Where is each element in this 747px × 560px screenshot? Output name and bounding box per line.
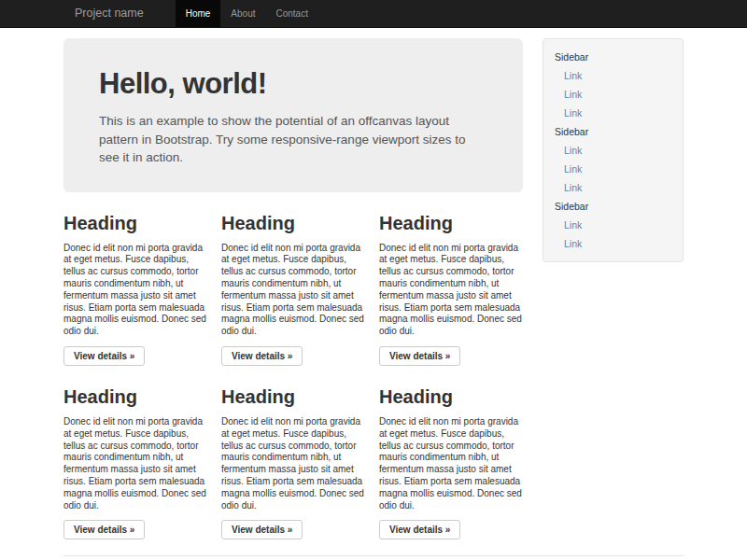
sidebar-header: Sidebar <box>543 197 683 216</box>
card-heading: Heading <box>63 386 207 408</box>
card-body-text: Donec id elit non mi porta gravida at eg… <box>221 243 365 338</box>
card: Heading Donec id elit non mi porta gravi… <box>63 386 207 539</box>
sidebar-header: Sidebar <box>543 122 683 141</box>
sidebar-link[interactable]: Link <box>543 234 683 253</box>
card-body-text: Donec id elit non mi porta gravida at eg… <box>221 416 365 511</box>
nav-item-home[interactable]: Home <box>176 0 221 27</box>
page-container: Hello, world! This is an example to show… <box>63 28 684 560</box>
view-details-button[interactable]: View details » <box>221 520 303 539</box>
sidebar-header: Sidebar <box>543 48 683 66</box>
nav-item-about[interactable]: About <box>220 0 265 27</box>
sidebar-link[interactable]: Link <box>543 66 683 85</box>
card-heading: Heading <box>221 213 365 234</box>
card: Heading Donec id elit non mi porta gravi… <box>63 213 207 366</box>
footer-divider <box>63 555 684 556</box>
view-details-button[interactable]: View details » <box>63 520 145 539</box>
view-details-button[interactable]: View details » <box>63 346 145 366</box>
main-nav: Home About Contact <box>176 0 318 27</box>
jumbotron-text: This is an example to show the potential… <box>99 112 487 167</box>
nav-item-contact[interactable]: Contact <box>265 0 317 27</box>
page-title: Hello, world! <box>99 67 487 101</box>
view-details-button[interactable]: View details » <box>379 520 460 539</box>
view-details-button[interactable]: View details » <box>379 346 460 366</box>
jumbotron: Hello, world! This is an example to show… <box>63 38 523 192</box>
content-row: Hello, world! This is an example to show… <box>63 38 684 539</box>
sidebar-link[interactable]: Link <box>543 104 683 122</box>
top-navbar: Project name Home About Contact <box>0 0 747 28</box>
cards-row-2: Heading Donec id elit non mi porta gravi… <box>63 386 523 539</box>
cards-row-1: Heading Donec id elit non mi porta gravi… <box>63 213 523 366</box>
sidebar-link[interactable]: Link <box>543 85 683 104</box>
navbar-container: Project name Home About Contact <box>63 0 684 27</box>
main-column: Hello, world! This is an example to show… <box>63 38 523 539</box>
card-heading: Heading <box>63 213 207 234</box>
sidebar-link[interactable]: Link <box>543 160 683 178</box>
sidebar-nav: Sidebar Link Link Link Sidebar Link Link… <box>543 38 684 262</box>
card-heading: Heading <box>379 213 523 234</box>
card: Heading Donec id elit non mi porta gravi… <box>379 213 523 366</box>
card-heading: Heading <box>221 386 365 408</box>
sidebar-link[interactable]: Link <box>543 178 683 197</box>
card-body-text: Donec id elit non mi porta gravida at eg… <box>63 243 207 338</box>
view-details-button[interactable]: View details » <box>221 346 303 366</box>
card: Heading Donec id elit non mi porta gravi… <box>221 213 365 366</box>
page-footer: © Company 2013 <box>63 555 684 560</box>
card-body-text: Donec id elit non mi porta gravida at eg… <box>63 416 207 511</box>
card: Heading Donec id elit non mi porta gravi… <box>221 386 365 539</box>
card: Heading Donec id elit non mi porta gravi… <box>379 386 523 539</box>
card-body-text: Donec id elit non mi porta gravida at eg… <box>379 243 523 338</box>
sidebar-link[interactable]: Link <box>543 141 683 160</box>
sidebar-column: Sidebar Link Link Link Sidebar Link Link… <box>543 38 684 262</box>
card-heading: Heading <box>379 386 523 408</box>
brand-link[interactable]: Project name <box>63 0 155 27</box>
card-body-text: Donec id elit non mi porta gravida at eg… <box>379 416 523 511</box>
sidebar-link[interactable]: Link <box>543 216 683 234</box>
